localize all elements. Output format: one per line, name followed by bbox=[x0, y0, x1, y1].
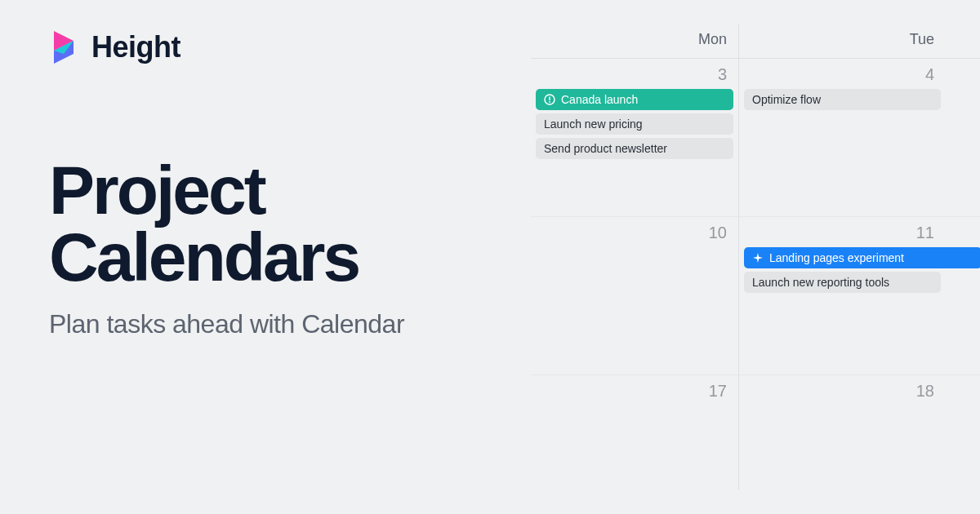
event-label: Launch new reporting tools bbox=[752, 276, 889, 289]
calendar-day-cell[interactable]: 18 bbox=[738, 375, 946, 490]
calendar-event[interactable]: Send product newsletter bbox=[536, 138, 733, 159]
calendar: Mon Tue 3 Canada launch Launch new prici… bbox=[531, 24, 980, 490]
day-number: 11 bbox=[744, 224, 941, 247]
sparkle-icon bbox=[752, 252, 764, 264]
event-label: Canada launch bbox=[561, 93, 638, 106]
event-label: Send product newsletter bbox=[544, 142, 667, 155]
calendar-day-cell[interactable]: 11 Landing pages experiment Launch new r… bbox=[738, 217, 946, 374]
calendar-week-row: 10 11 Landing pages experiment Launch ne… bbox=[531, 217, 980, 375]
event-label: Launch new pricing bbox=[544, 117, 643, 131]
day-number: 4 bbox=[744, 65, 941, 89]
calendar-day-cell[interactable]: 4 Optimize flow bbox=[738, 59, 946, 216]
calendar-column-mon: Mon bbox=[531, 24, 738, 58]
event-label: Landing pages experiment bbox=[769, 251, 904, 264]
calendar-event[interactable]: Optimize flow bbox=[744, 89, 941, 110]
title-line-1: Project bbox=[49, 152, 265, 228]
day-number: 10 bbox=[536, 224, 733, 247]
calendar-event[interactable]: Canada launch bbox=[536, 89, 733, 110]
calendar-week-row: 3 Canada launch Launch new pricing Send … bbox=[531, 59, 980, 217]
calendar-day-cell[interactable]: 17 bbox=[531, 375, 738, 490]
title-line-2: Calendars bbox=[49, 219, 359, 295]
day-number: 18 bbox=[744, 382, 941, 405]
calendar-day-cell[interactable]: 10 bbox=[531, 217, 738, 374]
event-label: Optimize flow bbox=[752, 93, 821, 106]
calendar-header-row: Mon Tue bbox=[531, 24, 980, 59]
svg-point-2 bbox=[549, 101, 550, 103]
page-subtitle: Plan tasks ahead with Calendar bbox=[49, 309, 490, 339]
page-title: Project Calendars bbox=[49, 157, 490, 291]
brand-name: Height bbox=[91, 30, 180, 64]
calendar-week-row: 17 18 bbox=[531, 375, 980, 490]
brand: Height bbox=[49, 29, 490, 65]
calendar-event[interactable]: Landing pages experiment bbox=[744, 247, 980, 268]
calendar-event[interactable]: Launch new pricing bbox=[536, 113, 733, 135]
calendar-column-tue: Tue bbox=[738, 24, 946, 58]
day-number: 17 bbox=[536, 382, 733, 405]
calendar-day-cell[interactable]: 3 Canada launch Launch new pricing Send … bbox=[531, 59, 738, 216]
height-logo-icon bbox=[49, 29, 80, 65]
alert-circle-icon bbox=[544, 94, 555, 105]
calendar-event[interactable]: Launch new reporting tools bbox=[744, 272, 941, 293]
day-number: 3 bbox=[536, 65, 733, 89]
